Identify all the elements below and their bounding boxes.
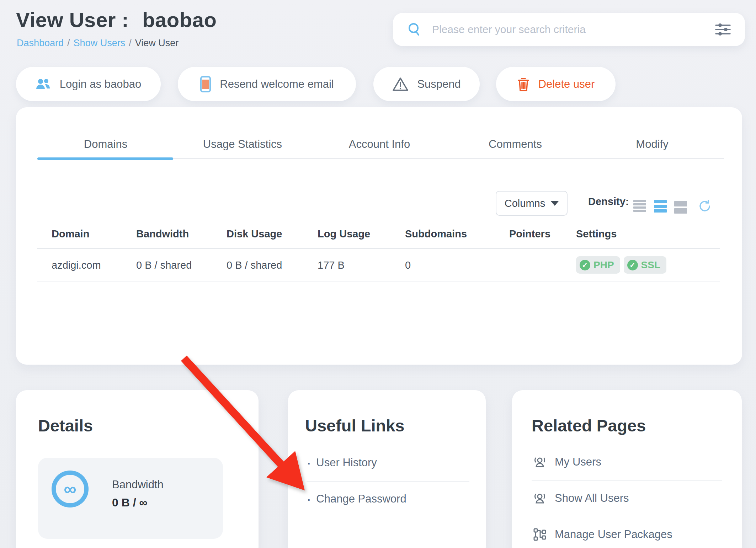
delete-user-label: Delete user bbox=[538, 78, 595, 91]
tab-account-info[interactable]: Account Info bbox=[349, 138, 410, 151]
column-header-bandwidth[interactable]: Bandwidth bbox=[136, 228, 189, 240]
filter-sliders-icon[interactable] bbox=[715, 22, 731, 37]
link-manage-user-packages[interactable]: Manage User Packages bbox=[533, 527, 672, 542]
resend-welcome-email-label: Resend welcome email bbox=[220, 78, 334, 91]
details-card: Details ∞ Bandwidth 0 B / ∞ bbox=[16, 390, 259, 548]
active-tab-indicator bbox=[37, 157, 173, 160]
column-header-subdomains[interactable]: Subdomains bbox=[405, 228, 467, 240]
link-manage-user-packages-label: Manage User Packages bbox=[555, 528, 672, 541]
breadcrumb-show-users[interactable]: Show Users bbox=[74, 38, 126, 49]
breadcrumb-separator: / bbox=[129, 38, 132, 49]
link-user-history-label: User History bbox=[316, 456, 377, 469]
related-pages-card: Related Pages My Users Show All Users bbox=[512, 390, 742, 548]
trash-icon bbox=[517, 76, 530, 92]
column-header-settings[interactable]: Settings bbox=[576, 228, 617, 240]
php-badge-label: PHP bbox=[593, 259, 614, 271]
columns-dropdown-button[interactable]: Columns bbox=[496, 191, 568, 216]
users-group-icon bbox=[36, 77, 51, 91]
breadcrumb-dashboard[interactable]: Dashboard bbox=[17, 38, 64, 49]
column-header-pointers[interactable]: Pointers bbox=[509, 228, 550, 240]
column-header-disk-usage[interactable]: Disk Usage bbox=[227, 228, 282, 240]
cell-log-usage: 177 B bbox=[318, 259, 345, 271]
breadcrumb-separator: / bbox=[67, 38, 70, 49]
column-header-domain[interactable]: Domain bbox=[52, 228, 89, 240]
tab-modify[interactable]: Modify bbox=[636, 138, 668, 151]
link-change-password-label: Change Password bbox=[316, 493, 406, 505]
column-header-log-usage[interactable]: Log Usage bbox=[318, 228, 370, 240]
infinity-glyph: ∞ bbox=[64, 479, 76, 499]
packages-icon bbox=[533, 527, 547, 542]
ssl-badge[interactable]: ✓ SSL bbox=[624, 256, 666, 274]
cell-domain[interactable]: azdigi.com bbox=[52, 259, 101, 271]
useful-links-title: Useful Links bbox=[305, 416, 404, 435]
search-input[interactable] bbox=[432, 23, 705, 36]
resend-welcome-email-button[interactable]: Resend welcome email bbox=[178, 67, 356, 101]
suspend-label: Suspend bbox=[417, 78, 460, 91]
check-icon: ✓ bbox=[580, 260, 590, 270]
check-icon: ✓ bbox=[627, 260, 638, 270]
link-divider bbox=[532, 517, 722, 517]
link-divider bbox=[532, 480, 722, 481]
cell-subdomains: 0 bbox=[405, 259, 411, 271]
density-label: Density: bbox=[588, 196, 629, 208]
cell-disk-usage: 0 B / shared bbox=[227, 259, 282, 271]
link-show-all-users[interactable]: Show All Users bbox=[533, 491, 629, 505]
page-title: View User : baobao bbox=[16, 8, 217, 32]
cell-settings: ✓ PHP ✓ SSL bbox=[576, 256, 666, 274]
bandwidth-stat-value: 0 B / ∞ bbox=[112, 496, 147, 509]
login-as-user-button[interactable]: Login as baobao bbox=[16, 67, 161, 101]
breadcrumb: Dashboard / Show Users / View User bbox=[17, 38, 179, 49]
link-my-users-label: My Users bbox=[555, 456, 601, 468]
bandwidth-stat-label: Bandwidth bbox=[112, 478, 164, 491]
warning-triangle-icon bbox=[392, 77, 409, 92]
density-relaxed-icon[interactable] bbox=[674, 201, 687, 215]
mail-phone-icon bbox=[200, 76, 211, 92]
details-card-title: Details bbox=[38, 416, 93, 435]
delete-user-button[interactable]: Delete user bbox=[496, 67, 616, 101]
link-my-users[interactable]: My Users bbox=[533, 455, 601, 469]
density-normal-icon[interactable] bbox=[654, 200, 667, 214]
page-title-label: View User : bbox=[16, 8, 129, 32]
link-divider bbox=[307, 481, 469, 482]
breadcrumb-view-user: View User bbox=[135, 38, 179, 49]
refresh-icon[interactable] bbox=[698, 199, 712, 213]
page-title-username: baobao bbox=[142, 8, 217, 32]
columns-dropdown-label: Columns bbox=[505, 198, 545, 209]
ssl-badge-label: SSL bbox=[641, 259, 660, 271]
density-compact-icon[interactable] bbox=[633, 200, 646, 213]
suspend-button[interactable]: Suspend bbox=[373, 67, 480, 101]
tab-domains[interactable]: Domains bbox=[84, 138, 127, 151]
users-icon bbox=[533, 455, 547, 469]
users-icon bbox=[533, 491, 547, 505]
table-row-divider bbox=[37, 281, 720, 281]
link-change-password[interactable]: · Change Password bbox=[307, 493, 406, 505]
bandwidth-stat-box: ∞ Bandwidth 0 B / ∞ bbox=[38, 458, 223, 539]
search-bar[interactable] bbox=[393, 13, 745, 46]
link-user-history[interactable]: · User History bbox=[307, 456, 377, 469]
cell-bandwidth: 0 B / shared bbox=[136, 259, 192, 271]
tab-comments[interactable]: Comments bbox=[489, 138, 542, 151]
login-as-user-label: Login as baobao bbox=[60, 78, 141, 91]
php-badge[interactable]: ✓ PHP bbox=[576, 256, 620, 274]
table-header-divider bbox=[37, 248, 720, 249]
tab-usage-statistics[interactable]: Usage Statistics bbox=[203, 138, 282, 151]
useful-links-card: Useful Links · User History · Change Pas… bbox=[288, 390, 486, 548]
link-show-all-users-label: Show All Users bbox=[555, 492, 629, 505]
search-icon bbox=[407, 22, 422, 37]
infinity-icon: ∞ bbox=[52, 471, 89, 507]
related-pages-title: Related Pages bbox=[532, 416, 646, 435]
chevron-down-icon bbox=[551, 201, 559, 206]
